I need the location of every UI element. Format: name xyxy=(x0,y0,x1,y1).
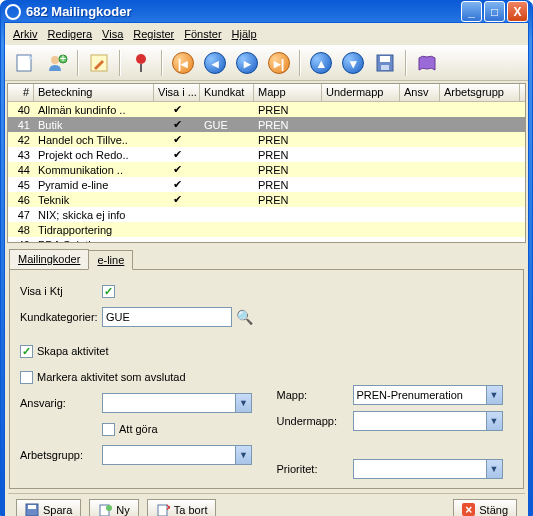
maximize-button[interactable]: □ xyxy=(484,1,505,22)
mapp-combo[interactable]: PREN-Prenumeration ▼ xyxy=(353,385,503,405)
toolbar-separator xyxy=(77,50,79,76)
toolbar-separator xyxy=(161,50,163,76)
col-beteckning[interactable]: Beteckning xyxy=(34,84,154,101)
tb-prev-icon[interactable]: ◂ xyxy=(201,49,229,77)
toolbar: + |◂ ◂ ▸ ▸| ▴ ▾ xyxy=(5,45,528,81)
toolbar-separator xyxy=(405,50,407,76)
tb-up-icon[interactable]: ▴ xyxy=(307,49,335,77)
app-icon xyxy=(5,4,21,20)
table-row[interactable]: 46Teknik✔PREN xyxy=(8,192,525,207)
chevron-down-icon: ▼ xyxy=(486,460,502,478)
tb-book-icon[interactable] xyxy=(413,49,441,77)
markera-avslutad-checkbox[interactable] xyxy=(20,371,33,384)
undermapp-combo[interactable]: ▼ xyxy=(353,411,503,431)
svg-text:×: × xyxy=(166,503,170,513)
stang-label: Stäng xyxy=(479,504,508,516)
tb-user-icon[interactable]: + xyxy=(43,49,71,77)
table-row[interactable]: 40Allmän kundinfo ..✔PREN xyxy=(8,102,525,117)
tabort-label: Ta bort xyxy=(174,504,208,516)
ansvarig-combo[interactable]: ▼ xyxy=(102,393,252,413)
grid-body[interactable]: 40Allmän kundinfo ..✔PREN41Butik✔GUEPREN… xyxy=(8,102,525,242)
menu-redigera[interactable]: Redigera xyxy=(47,28,92,40)
menu-register[interactable]: Register xyxy=(133,28,174,40)
tab-panel-eline: Visa i Ktj ✓ Kundkategorier: 🔍 ✓ Skapa a… xyxy=(9,269,524,489)
button-bar: Spara Ny × Ta bort × Stäng xyxy=(8,493,525,516)
close-icon: × xyxy=(462,503,475,516)
tab-mailingkoder[interactable]: Mailingkoder xyxy=(9,249,89,269)
spara-button[interactable]: Spara xyxy=(16,499,81,517)
undermapp-label: Undermapp: xyxy=(277,415,353,427)
svg-rect-12 xyxy=(28,505,36,509)
table-row[interactable]: 48Tidrapportering xyxy=(8,222,525,237)
data-grid[interactable]: # Beteckning Visa i ... Kundkat Mapp Und… xyxy=(7,83,526,243)
arbetsgrupp-combo[interactable]: ▼ xyxy=(102,445,252,465)
ny-button[interactable]: Ny xyxy=(89,499,138,517)
client-area: Arkiv Redigera Visa Register Fönster Hjä… xyxy=(4,22,529,516)
menu-fonster[interactable]: Fönster xyxy=(184,28,221,40)
stang-button[interactable]: × Stäng xyxy=(453,499,517,517)
tb-last-icon[interactable]: ▸| xyxy=(265,49,293,77)
prioritet-label: Prioritet: xyxy=(277,463,353,475)
ny-label: Ny xyxy=(116,504,129,516)
att-gora-checkbox[interactable] xyxy=(102,423,115,436)
markera-avslutad-label: Markera aktivitet som avslutad xyxy=(37,371,186,383)
mapp-value: PREN-Prenumeration xyxy=(357,389,463,401)
toolbar-separator xyxy=(119,50,121,76)
col-mapp[interactable]: Mapp xyxy=(254,84,322,101)
col-arbetsgrupp[interactable]: Arbetsgrupp xyxy=(440,84,520,101)
delete-icon: × xyxy=(156,503,170,517)
svg-point-2 xyxy=(51,56,59,64)
menu-arkiv[interactable]: Arkiv xyxy=(13,28,37,40)
svg-point-14 xyxy=(106,505,112,511)
svg-rect-9 xyxy=(380,56,390,62)
menu-hjalp[interactable]: Hjälp xyxy=(232,28,257,40)
toolbar-separator xyxy=(299,50,301,76)
col-ansv[interactable]: Ansv xyxy=(400,84,440,101)
table-row[interactable]: 49PDA Solutions xyxy=(8,237,525,242)
visaiktj-label: Visa i Ktj xyxy=(20,285,102,297)
table-row[interactable]: 47NIX; skicka ej info xyxy=(8,207,525,222)
kundkategorier-input[interactable] xyxy=(102,307,232,327)
table-row[interactable]: 42Handel och Tillve..✔PREN xyxy=(8,132,525,147)
chevron-down-icon: ▼ xyxy=(235,394,251,412)
search-icon[interactable]: 🔍 xyxy=(232,309,256,325)
table-row[interactable]: 41Butik✔GUEPREN xyxy=(8,117,525,132)
tb-next-icon[interactable]: ▸ xyxy=(233,49,261,77)
tab-eline[interactable]: e-line xyxy=(88,250,133,270)
new-icon xyxy=(98,503,112,517)
close-button[interactable]: X xyxy=(507,1,528,22)
window-title: 682 Mailingkoder xyxy=(26,4,459,19)
tb-pin-icon[interactable] xyxy=(127,49,155,77)
arbetsgrupp-label: Arbetsgrupp: xyxy=(20,449,102,461)
save-icon xyxy=(25,503,39,517)
tabort-button[interactable]: × Ta bort xyxy=(147,499,217,517)
mapp-label: Mapp: xyxy=(277,389,353,401)
ansvarig-label: Ansvarig: xyxy=(20,397,102,409)
col-kundkat[interactable]: Kundkat xyxy=(200,84,254,101)
spara-label: Spara xyxy=(43,504,72,516)
prioritet-combo[interactable]: ▼ xyxy=(353,459,503,479)
skapa-aktivitet-label: Skapa aktivitet xyxy=(37,345,109,357)
tb-down-icon[interactable]: ▾ xyxy=(339,49,367,77)
tabstrip: Mailingkoder e-line xyxy=(9,249,524,269)
tb-new-icon[interactable] xyxy=(11,49,39,77)
tb-save-icon[interactable] xyxy=(371,49,399,77)
kundkategorier-label: Kundkategorier: xyxy=(20,311,102,323)
menu-visa[interactable]: Visa xyxy=(102,28,123,40)
chevron-down-icon: ▼ xyxy=(486,386,502,404)
minimize-button[interactable]: _ xyxy=(461,1,482,22)
col-num[interactable]: # xyxy=(8,84,34,101)
app-window: 682 Mailingkoder _ □ X Arkiv Redigera Vi… xyxy=(0,0,533,516)
visaiktj-checkbox[interactable]: ✓ xyxy=(102,285,115,298)
tb-first-icon[interactable]: |◂ xyxy=(169,49,197,77)
col-undermapp[interactable]: Undermapp xyxy=(322,84,400,101)
chevron-down-icon: ▼ xyxy=(486,412,502,430)
col-visai[interactable]: Visa i ... xyxy=(154,84,200,101)
skapa-aktivitet-checkbox[interactable]: ✓ xyxy=(20,345,33,358)
table-row[interactable]: 45Pyramid e-line✔PREN xyxy=(8,177,525,192)
svg-text:+: + xyxy=(60,52,66,64)
table-row[interactable]: 43Projekt och Redo..✔PREN xyxy=(8,147,525,162)
att-gora-label: Att göra xyxy=(119,423,158,435)
tb-note-icon[interactable] xyxy=(85,49,113,77)
table-row[interactable]: 44Kommunikation ..✔PREN xyxy=(8,162,525,177)
